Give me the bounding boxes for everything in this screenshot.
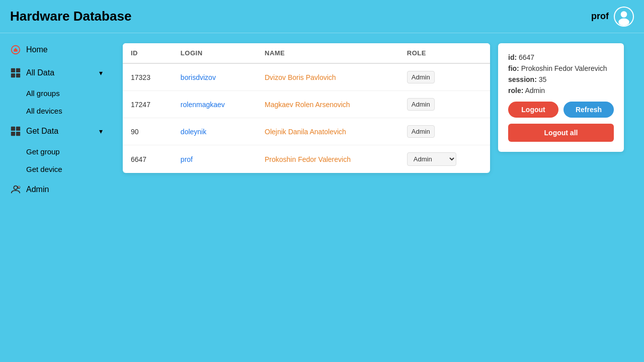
cell-login: borisdvizov (173, 63, 257, 91)
cell-id: 6647 (123, 145, 173, 173)
svg-rect-4 (11, 68, 15, 72)
cell-role: Admin (399, 63, 490, 91)
sidebar-admin-label: Admin (26, 185, 49, 194)
avatar[interactable] (614, 7, 634, 27)
sidebar-get-data-label: Get Data (26, 127, 58, 136)
chevron-down-icon: ▾ (99, 69, 103, 77)
cell-role-editable[interactable]: Admin User Moderator (399, 145, 490, 173)
info-session: session: 35 (508, 75, 614, 83)
refresh-button[interactable]: Refresh (564, 102, 614, 118)
svg-point-1 (621, 11, 627, 18)
admin-icon (10, 184, 21, 195)
home-icon (10, 44, 21, 55)
info-panel: id: 6647 fio: Prokoshin Fedor Valerevich… (498, 43, 624, 152)
sidebar-item-all-groups[interactable]: All groups (0, 84, 113, 102)
sidebar-item-home[interactable]: Home (0, 38, 113, 61)
username-label: prof (591, 11, 609, 22)
role-select[interactable]: Admin User Moderator (407, 152, 456, 166)
grid-icon-alldata (10, 67, 21, 78)
col-role: ROLE (399, 43, 490, 63)
sidebar: Home All Data ▾ All groups All devices (0, 33, 113, 362)
col-id: ID (123, 43, 173, 63)
action-buttons: Logout Refresh (508, 102, 614, 118)
app-title: Hardware Database (10, 9, 131, 24)
sidebar-item-all-devices[interactable]: All devices (0, 102, 113, 120)
cell-name: Prokoshin Fedor Valerevich (257, 145, 399, 173)
table-row: 90 doleynik Olejnik Danila Anatolevich A… (123, 118, 490, 145)
cell-id: 90 (123, 118, 173, 145)
cell-id: 17247 (123, 91, 173, 118)
cell-login: doleynik (173, 118, 257, 145)
table-row: 17247 rolenmagkaev Magkaev Rolen Arsenov… (123, 91, 490, 118)
cell-name: Dvizov Boris Pavlovich (257, 63, 399, 91)
users-table: ID LOGIN NAME ROLE 17323 borisdvizov Dvi… (123, 43, 490, 173)
main-content: ID LOGIN NAME ROLE 17323 borisdvizov Dvi… (113, 33, 644, 362)
sidebar-item-admin[interactable]: Admin (0, 178, 113, 201)
svg-rect-9 (16, 127, 20, 131)
cell-role: Admin (399, 118, 490, 145)
user-avatar-icon (615, 8, 633, 26)
info-role: role: Admin (508, 86, 614, 95)
user-info: prof (591, 7, 634, 27)
users-table-container: ID LOGIN NAME ROLE 17323 borisdvizov Dvi… (123, 43, 490, 173)
svg-point-2 (618, 18, 629, 25)
svg-rect-11 (16, 132, 20, 136)
cell-login: rolenmagkaev (173, 91, 257, 118)
logout-all-button[interactable]: Logout all (508, 124, 614, 142)
info-id: id: 6647 (508, 53, 614, 61)
chevron-down-icon-getdata: ▾ (99, 127, 103, 135)
cell-name: Olejnik Danila Anatolevich (257, 118, 399, 145)
cell-id: 17323 (123, 63, 173, 91)
cell-role: Admin (399, 91, 490, 118)
sidebar-item-get-group[interactable]: Get group (0, 143, 113, 160)
sidebar-home-label: Home (26, 45, 48, 54)
table-row: 17323 borisdvizov Dvizov Boris Pavlovich… (123, 63, 490, 91)
svg-rect-5 (16, 68, 20, 72)
logout-button[interactable]: Logout (508, 102, 558, 118)
sidebar-all-data-label: All Data (26, 68, 54, 77)
svg-rect-10 (11, 132, 15, 136)
svg-rect-6 (11, 73, 15, 77)
sidebar-item-get-data[interactable]: Get Data ▾ (0, 120, 113, 143)
info-fio: fio: Prokoshin Fedor Valerevich (508, 64, 614, 72)
col-name: NAME (257, 43, 399, 63)
table-row: 6647 prof Prokoshin Fedor Valerevich Adm… (123, 145, 490, 173)
cell-name: Magkaev Rolen Arsenovich (257, 91, 399, 118)
svg-rect-8 (11, 127, 15, 131)
grid-icon-getdata (10, 126, 21, 137)
sidebar-item-all-data[interactable]: All Data ▾ (0, 61, 113, 84)
svg-point-12 (14, 186, 17, 190)
col-login: LOGIN (173, 43, 257, 63)
svg-rect-7 (16, 73, 20, 77)
sidebar-item-get-device[interactable]: Get device (0, 160, 113, 178)
cell-login: prof (173, 145, 257, 173)
